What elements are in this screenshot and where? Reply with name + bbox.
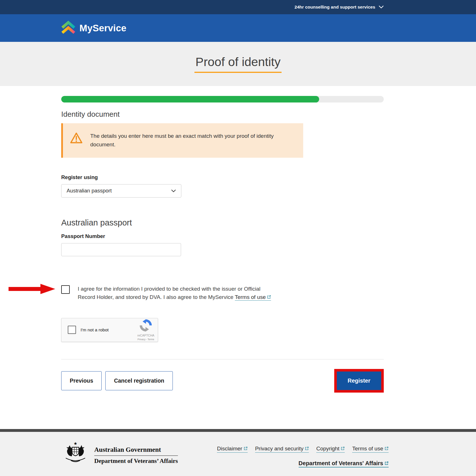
dva-footer-link[interactable]: Department of Veterans' Affairs <box>299 460 389 467</box>
australian-government-label: Australian Government <box>94 446 178 456</box>
dva-label: Department of Veterans’ Affairs <box>94 456 178 465</box>
agreement-row: I agree for the information I provided t… <box>61 285 384 301</box>
section-divider <box>61 359 384 360</box>
copyright-link[interactable]: Copyright <box>316 446 345 453</box>
recaptcha-policy: Privacy - Terms <box>138 338 154 341</box>
register-using-label: Register using <box>61 174 384 180</box>
cancel-registration-button[interactable]: Cancel registration <box>105 371 173 390</box>
agreement-checkbox[interactable] <box>61 285 70 294</box>
register-using-select[interactable]: Australian passport <box>61 184 181 198</box>
footer-links: Disclaimer Privacy and security Copyrigh… <box>217 439 389 471</box>
recaptcha-logo-icon <box>139 319 152 333</box>
external-link-icon <box>385 446 389 452</box>
support-services-label: 24hr counselling and support services <box>295 5 375 10</box>
support-services-menu[interactable]: 24hr counselling and support services <box>295 5 384 10</box>
recaptcha-label: I'm not a robot <box>81 327 137 333</box>
form-actions: Previous Cancel registration Register <box>61 369 384 393</box>
progress-bar <box>61 96 384 102</box>
terms-of-use-footer-link[interactable]: Terms of use <box>352 446 389 453</box>
coat-of-arms-icon: ★ <box>61 439 90 471</box>
warning-icon <box>70 132 83 149</box>
page-title-band: Proof of identity <box>0 42 476 86</box>
register-highlight-annotation: Register <box>334 369 384 393</box>
agreement-text: I agree for the information I provided t… <box>78 285 277 301</box>
recaptcha-widget: I'm not a robot reCAPTCHA Privacy - Term… <box>61 318 158 342</box>
warning-text: The details you enter here must be an ex… <box>90 132 290 149</box>
identity-document-heading: Identity document <box>61 110 384 119</box>
recaptcha-privacy-link[interactable]: Privacy <box>138 338 145 341</box>
australian-government-brand: ★ Australian Government Department of Ve… <box>61 439 178 471</box>
brand-name: MyService <box>79 23 126 34</box>
myservice-home-link[interactable]: MyService <box>61 21 126 36</box>
recaptcha-terms-link[interactable]: Terms <box>147 338 154 341</box>
terms-of-use-link[interactable]: Terms of use <box>235 294 271 301</box>
svg-text:★: ★ <box>73 441 77 446</box>
disclaimer-link[interactable]: Disclaimer <box>217 446 248 453</box>
external-link-icon <box>267 294 271 300</box>
page-title: Proof of identity <box>194 55 282 73</box>
external-link-icon <box>341 446 345 452</box>
footer: ★ Australian Government Department of Ve… <box>0 432 476 476</box>
progress-bar-fill <box>61 96 319 102</box>
main-content: Identity document The details you enter … <box>61 96 384 429</box>
myservice-logo-icon <box>61 21 75 36</box>
top-bar: 24hr counselling and support services <box>0 0 476 14</box>
passport-section-heading: Australian passport <box>61 218 384 227</box>
external-link-icon <box>385 460 389 466</box>
register-button[interactable]: Register <box>337 372 381 390</box>
recaptcha-brand-name: reCAPTCHA <box>137 334 154 337</box>
annotation-arrow-icon <box>9 284 56 296</box>
register-using-selected-value: Australian passport <box>67 188 112 194</box>
warning-banner: The details you enter here must be an ex… <box>61 123 303 158</box>
recaptcha-branding: reCAPTCHA Privacy - Terms <box>137 319 154 341</box>
passport-number-label: Passport Number <box>61 233 384 239</box>
site-header: MyService <box>0 14 476 42</box>
privacy-and-security-link[interactable]: Privacy and security <box>255 446 309 453</box>
chevron-down-icon <box>171 188 176 194</box>
previous-button[interactable]: Previous <box>61 371 102 390</box>
footer-divider-bar <box>0 429 476 432</box>
external-link-icon <box>305 446 309 452</box>
recaptcha-checkbox[interactable] <box>68 326 76 334</box>
chevron-down-icon <box>379 5 384 10</box>
external-link-icon <box>244 446 248 452</box>
passport-number-input[interactable] <box>61 243 181 256</box>
